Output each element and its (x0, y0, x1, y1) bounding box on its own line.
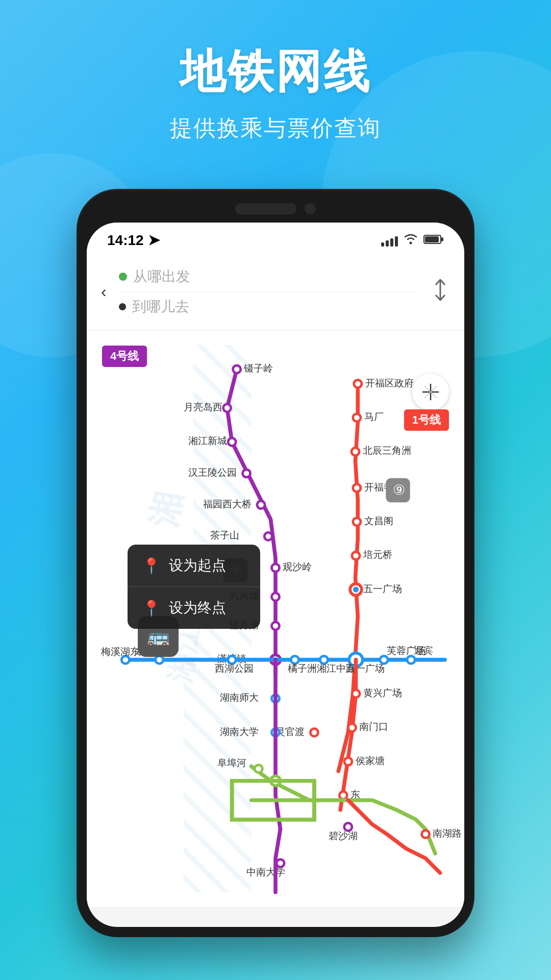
svg-text:碧沙湖: 碧沙湖 (329, 830, 358, 841)
to-placeholder: 到哪儿去 (132, 297, 189, 316)
svg-point-24 (264, 532, 272, 540)
svg-rect-2 (425, 236, 439, 242)
svg-point-41 (352, 448, 359, 455)
svg-text:马厂: 马厂 (364, 411, 384, 422)
svg-text:培元桥: 培元桥 (363, 549, 392, 560)
svg-text:五一广场: 五一广场 (363, 583, 402, 594)
header-section: 地铁网线 提供换乘与票价查询 (0, 0, 551, 143)
svg-point-72 (348, 724, 356, 731)
svg-point-47 (353, 518, 361, 526)
signal-bar-4 (395, 236, 398, 247)
set-end-option[interactable]: 📍 设为终点 (128, 587, 260, 629)
svg-text:阜埠河: 阜埠河 (217, 757, 246, 768)
to-field[interactable]: 到哪儿去 (119, 292, 418, 322)
svg-point-58 (228, 656, 236, 664)
set-start-option[interactable]: 📍 设为起点 (128, 545, 260, 587)
svg-point-43 (353, 484, 361, 492)
svg-text:中南大学: 中南大学 (246, 867, 285, 877)
set-start-label: 设为起点 (169, 556, 226, 575)
svg-point-66 (380, 656, 388, 664)
speaker (235, 203, 296, 214)
phone-notch (87, 199, 464, 218)
svg-text:南湖路: 南湖路 (433, 828, 462, 839)
search-area: ‹ 从哪出发 到哪儿去 (87, 254, 464, 330)
to-dot-icon (119, 303, 126, 310)
svg-point-54 (121, 656, 129, 664)
phone-screen: 14:12 ➤ (87, 223, 464, 927)
status-time: 14:12 ➤ (107, 232, 160, 249)
svg-point-87 (344, 823, 352, 830)
end-pin-icon: 📍 (142, 599, 161, 617)
set-end-label: 设为终点 (169, 598, 226, 618)
signal-bar-1 (381, 242, 384, 247)
phone-outer: 14:12 ➤ (77, 189, 474, 937)
svg-point-56 (156, 656, 163, 664)
svg-point-39 (353, 414, 361, 422)
from-dot-icon (119, 273, 127, 281)
map-area[interactable]: 4号线 1号线 (87, 330, 464, 907)
line4-badge: 4号线 (102, 346, 147, 367)
svg-text:汉王陵公园: 汉王陵公园 (188, 467, 237, 478)
svg-text:月亮岛西: 月亮岛西 (184, 402, 222, 412)
wifi-icon (403, 232, 418, 249)
bus-icon: 🚌 (147, 626, 170, 647)
svg-text:观沙岭: 观沙岭 (283, 561, 312, 572)
svg-text:湘江新城: 湘江新城 (188, 435, 227, 446)
svg-text:湘: 湘 (143, 489, 187, 530)
svg-point-76 (339, 792, 347, 799)
svg-point-62 (320, 656, 328, 664)
svg-rect-3 (441, 237, 443, 241)
svg-text:文昌阁: 文昌阁 (364, 516, 393, 526)
svg-point-49 (352, 552, 360, 559)
svg-text:⑨: ⑨ (393, 482, 405, 498)
signal-bar-3 (390, 238, 393, 247)
svg-text:北辰三角洲: 北辰三角洲 (363, 445, 411, 456)
svg-point-68 (407, 656, 415, 664)
svg-point-14 (233, 365, 241, 373)
battery-icon (423, 232, 444, 249)
svg-text:西湖公园: 西湖公园 (215, 663, 254, 674)
svg-point-22 (257, 501, 265, 508)
context-menu: 📍 设为起点 📍 设为终点 (128, 545, 260, 629)
svg-point-16 (223, 404, 231, 412)
svg-point-91 (277, 860, 284, 867)
svg-point-70 (352, 690, 360, 697)
back-button[interactable]: ‹ (97, 280, 111, 303)
svg-text:湖南大学: 湖南大学 (220, 726, 259, 737)
svg-point-74 (344, 757, 352, 765)
svg-point-60 (291, 656, 298, 664)
status-icons (381, 232, 444, 249)
svg-point-20 (242, 470, 250, 477)
status-bar: 14:12 ➤ (87, 223, 464, 254)
svg-text:福园西大桥: 福园西大桥 (203, 499, 252, 509)
app-subtitle: 提供换乘与票价查询 (0, 113, 551, 143)
app-title: 地铁网线 (0, 41, 551, 103)
svg-text:南门口: 南门口 (359, 721, 388, 732)
svg-point-0 (410, 241, 412, 244)
from-field[interactable]: 从哪出发 (119, 262, 418, 292)
svg-text:橘子洲: 橘子洲 (288, 663, 317, 674)
svg-point-32 (271, 622, 279, 630)
svg-text:茶子山: 茶子山 (210, 530, 239, 541)
from-placeholder: 从哪出发 (133, 267, 190, 286)
svg-point-26 (271, 564, 279, 572)
svg-point-84 (255, 765, 262, 773)
svg-point-37 (354, 380, 362, 387)
camera (305, 203, 316, 214)
svg-text:梅溪湖东: 梅溪湖东 (101, 646, 140, 657)
navigation-icon: ➤ (148, 232, 160, 249)
svg-point-89 (422, 830, 430, 838)
svg-text:五一广场: 五一广场 (346, 663, 385, 674)
line1-badge: 1号线 (404, 409, 449, 431)
phone-mockup: 14:12 ➤ (77, 189, 474, 937)
svg-text:侯家塘: 侯家塘 (356, 755, 385, 766)
swap-button[interactable] (427, 273, 454, 311)
svg-text:镊子岭: 镊子岭 (243, 363, 273, 374)
start-pin-icon: 📍 (142, 557, 161, 575)
svg-point-30 (271, 593, 279, 601)
time-display: 14:12 (107, 232, 144, 249)
signal-bar-2 (386, 240, 389, 247)
svg-point-18 (228, 438, 236, 446)
svg-point-52 (353, 586, 359, 592)
search-fields: 从哪出发 到哪儿去 (119, 262, 418, 322)
